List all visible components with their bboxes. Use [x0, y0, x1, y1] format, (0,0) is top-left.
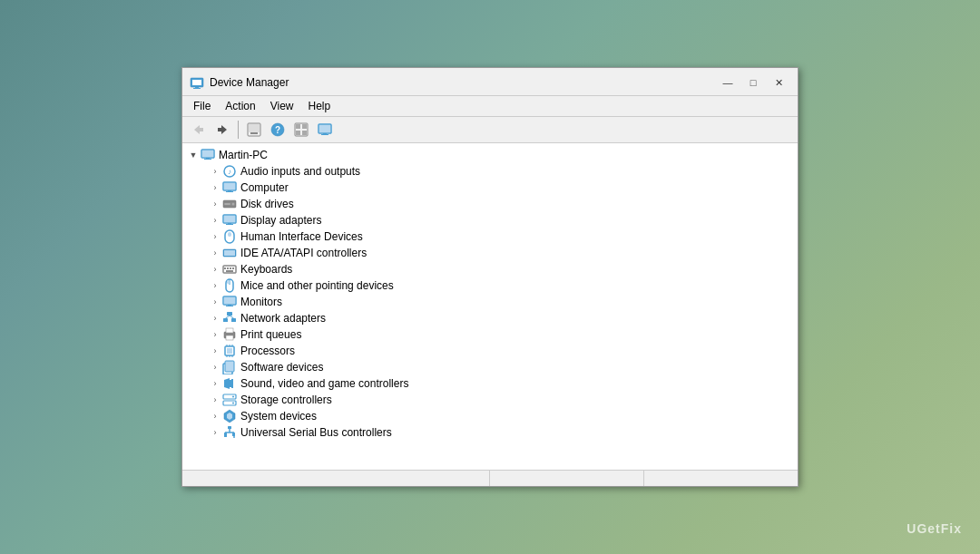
svg-rect-44	[230, 267, 231, 269]
tree-item[interactable]: ›Print queues	[182, 326, 798, 343]
svg-point-77	[232, 396, 234, 398]
svg-rect-21	[202, 151, 213, 157]
tree-item[interactable]: ›Storage controllers	[182, 392, 798, 408]
svg-rect-81	[228, 426, 231, 429]
item-expander[interactable]: ›	[208, 197, 222, 211]
tree-item[interactable]: ›Software devices	[182, 359, 798, 375]
tree-item[interactable]: ›Monitors	[182, 294, 798, 310]
tree-item[interactable]: ›System devices	[182, 408, 798, 424]
tree-item[interactable]: ›Mice and other pointing devices	[182, 277, 798, 294]
svg-rect-14	[296, 131, 300, 135]
title-controls: — □ ✕	[716, 73, 790, 92]
tree-item[interactable]: ›Disk drives	[182, 196, 798, 212]
svg-marker-72	[224, 378, 230, 389]
tree-item[interactable]: ›Processors	[182, 343, 798, 359]
item-icon	[222, 278, 237, 293]
item-label: Human Interface Devices	[240, 230, 363, 243]
back-button[interactable]	[188, 120, 210, 140]
tree-view[interactable]: ▼ Martin-PC ›♪Audio inputs and outputs›C…	[182, 143, 798, 470]
item-expander[interactable]: ›	[208, 360, 222, 374]
menu-action[interactable]: Action	[218, 98, 262, 114]
svg-rect-45	[232, 267, 234, 269]
tree-item[interactable]: ›Human Interface Devices	[182, 228, 798, 245]
svg-rect-1	[192, 80, 201, 85]
svg-rect-19	[321, 134, 328, 135]
item-expander[interactable]: ›	[208, 344, 222, 358]
tree-item[interactable]: ›Keyboards	[182, 261, 798, 277]
item-icon	[222, 376, 237, 391]
svg-rect-27	[224, 183, 235, 190]
properties-button[interactable]	[243, 120, 265, 140]
item-label: Sound, video and game controllers	[240, 377, 408, 390]
item-expander[interactable]: ›	[208, 311, 222, 326]
tree-item[interactable]: ›IDE ATA/ATAPI controllers	[182, 245, 798, 261]
menu-view[interactable]: View	[263, 98, 301, 114]
menu-help[interactable]: Help	[301, 98, 338, 114]
svg-point-78	[232, 403, 234, 404]
status-segment-1	[182, 471, 490, 486]
svg-rect-74	[231, 379, 233, 388]
item-expander[interactable]: ›	[208, 376, 222, 391]
root-label: Martin-PC	[219, 149, 268, 161]
title-bar: Device Manager — □ ✕	[182, 68, 798, 96]
svg-rect-52	[228, 305, 231, 306]
item-icon	[222, 213, 237, 228]
title-bar-left: Device Manager	[190, 75, 289, 90]
item-label: Disk drives	[240, 198, 294, 210]
window-title: Device Manager	[210, 76, 289, 89]
svg-marker-5	[218, 125, 227, 134]
menu-bar: File Action View Help	[182, 96, 798, 117]
item-expander[interactable]: ›	[208, 278, 222, 293]
svg-text:♪: ♪	[228, 168, 231, 176]
item-expander[interactable]: ›	[208, 393, 222, 407]
tree-item[interactable]: ›Universal Serial Bus controllers	[182, 424, 798, 441]
status-bar	[182, 470, 798, 486]
svg-rect-71	[225, 361, 234, 372]
scan-button[interactable]	[290, 120, 312, 140]
tree-item[interactable]: ›Computer	[182, 180, 798, 196]
item-label: Computer	[240, 181, 289, 194]
item-expander[interactable]: ›	[208, 262, 222, 277]
tree-item[interactable]: ›Sound, video and game controllers	[182, 375, 798, 392]
tree-children: ›♪Audio inputs and outputs›Computer›Disk…	[182, 163, 798, 441]
item-expander[interactable]: ›	[208, 425, 222, 440]
status-segment-3	[644, 471, 798, 486]
item-expander[interactable]: ›	[208, 213, 222, 228]
item-label: Storage controllers	[240, 394, 332, 406]
svg-point-86	[233, 436, 235, 438]
svg-rect-46	[226, 270, 233, 272]
menu-file[interactable]: File	[186, 98, 218, 114]
item-icon: ♪	[222, 164, 237, 179]
item-expander[interactable]: ›	[208, 409, 222, 423]
svg-rect-32	[224, 203, 230, 205]
item-expander[interactable]: ›	[208, 180, 222, 195]
item-expander[interactable]: ›	[208, 229, 222, 244]
help-button[interactable]: ?	[267, 120, 289, 140]
item-expander[interactable]: ›	[208, 295, 222, 309]
minimize-button[interactable]: —	[716, 73, 740, 92]
monitor-button[interactable]	[314, 120, 336, 140]
item-icon	[222, 393, 237, 407]
item-label: Monitors	[240, 296, 282, 308]
tree-item[interactable]: ›♪Audio inputs and outputs	[182, 163, 798, 180]
item-expander[interactable]: ›	[208, 164, 222, 179]
close-button[interactable]: ✕	[767, 73, 790, 92]
svg-rect-49	[227, 280, 230, 284]
svg-rect-54	[227, 312, 232, 316]
item-label: Mice and other pointing devices	[240, 279, 394, 292]
tree-item[interactable]: ›Display adapters	[182, 212, 798, 228]
tree-item[interactable]: ›Network adapters	[182, 310, 798, 326]
tree-root-item[interactable]: ▼ Martin-PC	[182, 147, 798, 163]
svg-rect-43	[227, 267, 229, 269]
device-manager-window: Device Manager — □ ✕ File Action View He…	[181, 67, 799, 487]
svg-rect-60	[226, 328, 233, 333]
item-expander[interactable]: ›	[208, 246, 222, 260]
maximize-button[interactable]: □	[741, 73, 765, 92]
root-expander[interactable]: ▼	[186, 148, 201, 162]
forward-button[interactable]	[211, 120, 233, 140]
item-expander[interactable]: ›	[208, 327, 222, 342]
item-icon	[222, 360, 237, 374]
svg-rect-51	[224, 297, 235, 304]
svg-rect-8	[250, 132, 258, 134]
svg-rect-18	[323, 133, 327, 134]
